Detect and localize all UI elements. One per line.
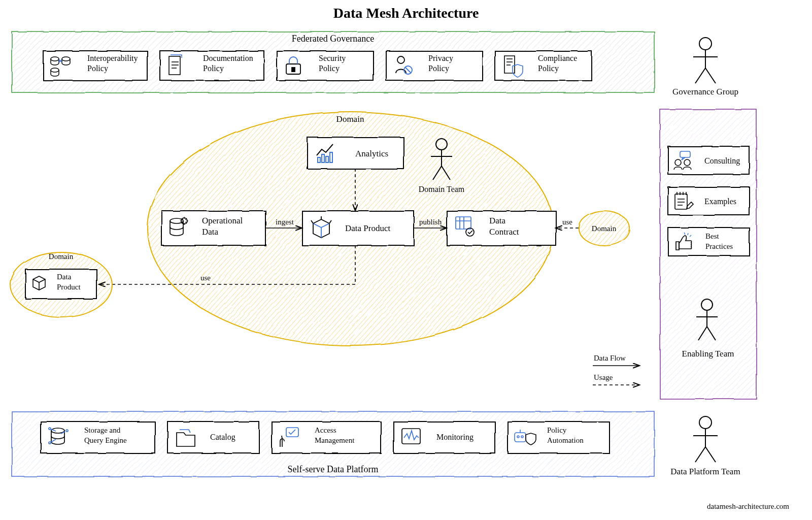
svg-text:Domain: Domain (592, 224, 617, 233)
svg-line-31 (705, 68, 716, 83)
enabling-examples: Examples (668, 187, 749, 215)
svg-text:Interoperability: Interoperability (87, 54, 138, 63)
domain-label: Domain (336, 114, 364, 124)
svg-text:Product: Product (57, 283, 81, 291)
edge-publish-label: publish (419, 218, 442, 226)
svg-text:Domain: Domain (49, 252, 74, 261)
stick-figure-governance (693, 38, 718, 83)
policy-security: Security Policy (277, 51, 373, 80)
enabling-team-label: Enabling Team (682, 349, 734, 359)
svg-text:Documentation: Documentation (203, 54, 253, 62)
svg-text:Data: Data (489, 216, 506, 225)
platform-catalog: Catalog (167, 421, 259, 453)
svg-line-30 (695, 68, 705, 83)
svg-text:Automation: Automation (547, 436, 584, 444)
svg-text:Monitoring: Monitoring (436, 433, 473, 442)
left-domain-zone: Domain Data Product (10, 252, 112, 317)
policy-compliance: Compliance Policy (495, 51, 591, 80)
svg-text:Policy: Policy (87, 64, 108, 73)
stick-figure-platform (693, 416, 718, 462)
edge-use-left: use (200, 274, 211, 282)
svg-text:Access: Access (315, 426, 336, 434)
footer-link: datamesh-architecture.com (707, 502, 789, 510)
svg-text:Consulting: Consulting (704, 156, 740, 166)
platform-storage: Storage and Query Engine (41, 421, 155, 453)
svg-text:Examples: Examples (704, 197, 736, 206)
svg-point-107 (699, 416, 712, 429)
platform-label: Self-serve Data Platform (288, 464, 379, 474)
svg-text:Data: Data (202, 227, 219, 237)
data-product-box: Data Product (302, 211, 414, 245)
svg-text:Data Product: Data Product (345, 223, 391, 233)
platform-policy-automation: Policy Automation (507, 421, 609, 453)
edge-ingest-label: ingest (276, 218, 294, 226)
svg-text:Management: Management (315, 436, 355, 444)
policy-privacy: Privacy Policy (386, 51, 482, 80)
platform-team-label: Data Platform Team (670, 467, 740, 476)
operational-data-box: Operational Data (161, 211, 265, 245)
svg-rect-16 (292, 68, 295, 72)
svg-text:Best: Best (705, 232, 720, 240)
svg-text:Data: Data (57, 273, 72, 281)
governance-label: Federated Governance (292, 34, 374, 44)
enabling-best-practices: Best Practices (668, 228, 749, 255)
svg-text:Policy: Policy (547, 426, 567, 434)
analytics-box: Analytics (307, 137, 403, 169)
svg-text:Operational: Operational (202, 216, 243, 225)
governance-team-label: Governance Group (672, 87, 738, 96)
svg-text:Contract: Contract (489, 227, 519, 237)
platform-monitoring: Monitoring (393, 421, 495, 453)
data-contract-box: Data Contract (447, 211, 556, 245)
svg-text:Policy: Policy (538, 64, 559, 73)
svg-text:Security: Security (319, 54, 346, 63)
page-title: Data Mesh Architecture (333, 5, 479, 21)
domain-team-label: Domain Team (419, 185, 465, 193)
edge-use-right: use (562, 218, 572, 226)
platform-access: Access Management (272, 421, 381, 453)
policy-interoperability: Interoperability Policy (43, 51, 147, 80)
svg-text:Policy: Policy (428, 64, 449, 73)
svg-text:Compliance: Compliance (538, 54, 577, 63)
svg-text:Data Flow: Data Flow (594, 354, 626, 362)
right-domain-zone: Domain (579, 211, 629, 245)
svg-text:Query Engine: Query Engine (84, 436, 127, 444)
policy-documentation: Documentation Policy (160, 51, 264, 80)
svg-text:Catalog: Catalog (210, 433, 235, 442)
svg-text:Policy: Policy (319, 64, 340, 73)
legend: Data Flow Usage (593, 354, 639, 385)
svg-text:Storage and: Storage and (84, 426, 121, 434)
svg-text:Usage: Usage (594, 373, 613, 381)
svg-line-110 (695, 447, 705, 462)
svg-text:Analytics: Analytics (355, 149, 388, 158)
enabling-consulting: Consulting (668, 146, 749, 174)
svg-text:Practices: Practices (705, 242, 733, 250)
svg-text:Privacy: Privacy (428, 54, 453, 63)
svg-point-27 (699, 38, 712, 50)
svg-line-111 (705, 447, 716, 462)
svg-text:Policy: Policy (203, 64, 224, 73)
